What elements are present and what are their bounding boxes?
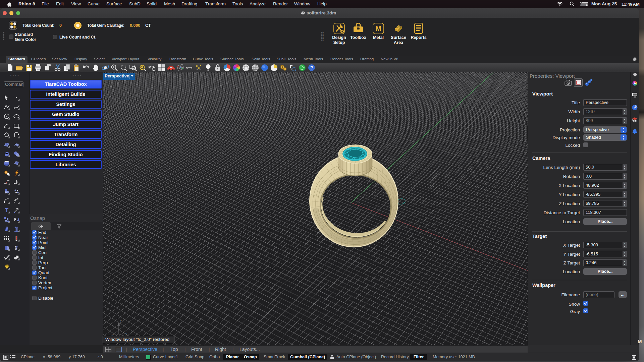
svg-text:?: ? bbox=[310, 65, 313, 70]
svg-text:T: T bbox=[5, 207, 9, 214]
svg-text:M: M bbox=[376, 25, 381, 32]
svg-text:z: z bbox=[120, 319, 122, 323]
svg-text:y: y bbox=[125, 332, 127, 336]
svg-text:?: ? bbox=[634, 106, 636, 110]
